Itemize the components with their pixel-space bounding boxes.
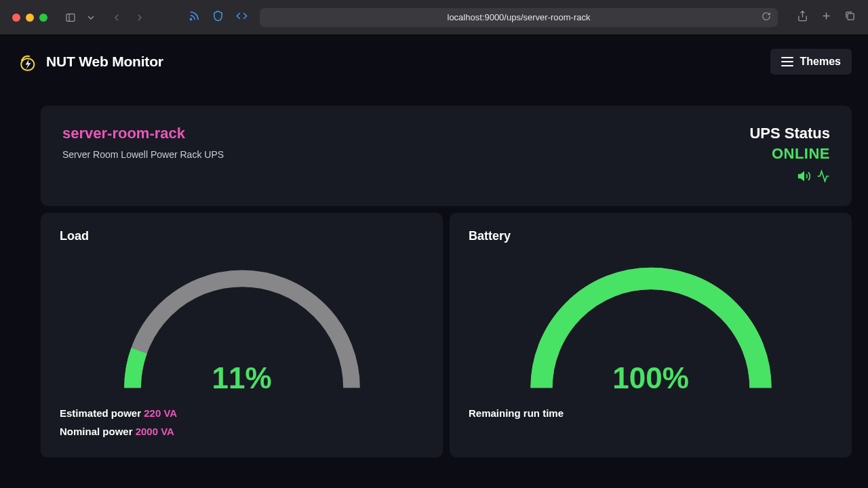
url-bar[interactable]: localhost:9000/ups/server-room-rack	[260, 8, 778, 27]
app-title: NUT Web Monitor	[46, 54, 163, 70]
nominal-power-value: 2000 VA	[136, 426, 174, 437]
load-percent: 11%	[212, 361, 271, 395]
devtools-icon[interactable]	[236, 10, 248, 24]
estimated-power-value: 220 VA	[144, 407, 177, 419]
gauge-row: Load 11% Estimated power 220 VA Nominal …	[41, 213, 852, 458]
svg-rect-6	[848, 14, 854, 20]
status-value: ONLINE	[749, 145, 830, 163]
refresh-icon[interactable]	[762, 12, 771, 23]
runtime-label: Remaining run time	[469, 407, 564, 419]
browser-chrome: localhost:9000/ups/server-room-rack	[0, 0, 868, 35]
server-info: server-room-rack Server Room Lowell Powe…	[62, 125, 224, 160]
status-card: server-room-rack Server Room Lowell Powe…	[41, 106, 852, 206]
hamburger-icon	[781, 57, 793, 66]
server-description: Server Room Lowell Power Rack UPS	[62, 149, 224, 160]
runtime-row: Remaining run time	[469, 407, 833, 419]
ups-status: UPS Status ONLINE	[749, 125, 830, 186]
beeper-on-icon	[797, 169, 811, 186]
new-tab-icon[interactable]	[821, 10, 832, 24]
minimize-window-button[interactable]	[26, 14, 34, 22]
server-name: server-room-rack	[62, 125, 224, 142]
url-text: localhost:9000/ups/server-room-rack	[448, 12, 591, 22]
battery-card: Battery 100% Remaining run time	[450, 213, 852, 458]
load-gauge: 11%	[60, 256, 424, 398]
themes-label: Themes	[800, 56, 841, 68]
nut-logo-icon	[16, 51, 38, 73]
battery-gauge: 100%	[469, 256, 833, 398]
battery-title: Battery	[469, 229, 833, 243]
back-button[interactable]	[107, 9, 126, 26]
tabs-overview-icon[interactable]	[844, 10, 856, 24]
window-controls	[12, 14, 47, 22]
svg-marker-8	[799, 172, 804, 180]
nominal-power-label: Nominal power	[60, 426, 136, 437]
privacy-report-icon[interactable]	[212, 10, 224, 24]
close-window-button[interactable]	[12, 14, 20, 22]
nominal-power-row: Nominal power 2000 VA	[60, 426, 424, 437]
load-card: Load 11% Estimated power 220 VA Nominal …	[41, 213, 443, 458]
app-brand[interactable]: NUT Web Monitor	[16, 51, 163, 73]
status-title: UPS Status	[749, 125, 830, 142]
app-root: NUT Web Monitor Themes server-room-rack …	[0, 35, 868, 488]
estimated-power-label: Estimated power	[60, 407, 144, 419]
forward-button[interactable]	[130, 9, 149, 26]
load-meta: Estimated power 220 VA Nominal power 200…	[60, 407, 424, 437]
load-title: Load	[60, 229, 424, 243]
activity-icon	[816, 169, 830, 186]
app-header: NUT Web Monitor Themes	[16, 49, 852, 75]
battery-meta: Remaining run time	[469, 407, 833, 419]
svg-point-2	[190, 18, 191, 20]
estimated-power-row: Estimated power 220 VA	[60, 407, 424, 419]
themes-button[interactable]: Themes	[770, 49, 852, 75]
maximize-window-button[interactable]	[39, 14, 47, 22]
tab-dropdown-button[interactable]	[85, 9, 96, 26]
battery-percent: 100%	[612, 361, 689, 395]
share-icon[interactable]	[797, 10, 808, 24]
rss-icon[interactable]	[189, 10, 200, 24]
sidebar-toggle-button[interactable]	[61, 9, 80, 26]
svg-rect-0	[66, 14, 75, 21]
status-icons	[749, 169, 830, 186]
